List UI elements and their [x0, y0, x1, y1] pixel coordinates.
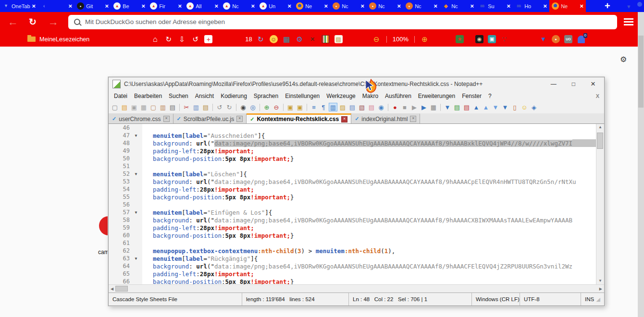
- ghost-icon[interactable]: 0: [578, 36, 585, 43]
- macro-play-icon[interactable]: ▶: [410, 103, 419, 111]
- onetab-funnel-icon[interactable]: ▼: [539, 35, 547, 43]
- minimize-button[interactable]: —: [551, 81, 557, 87]
- fold-current-icon[interactable]: ▲: [482, 103, 490, 111]
- editor-line[interactable]: 65padding-left:28px!important;: [109, 270, 596, 278]
- close-document-icon[interactable]: ×: [341, 116, 347, 122]
- zoom-out-icon[interactable]: ⊖: [372, 35, 381, 43]
- tab-close-icon[interactable]: ×: [434, 2, 438, 10]
- diamond-icon[interactable]: ◆: [442, 2, 449, 10]
- editor-line[interactable]: 53background: url("data:image/png;base64…: [109, 178, 596, 185]
- tab-close-icon[interactable]: ×: [324, 2, 328, 10]
- replace-icon[interactable]: ◎: [248, 103, 257, 111]
- browser-tab[interactable]: Ne×: [294, 0, 330, 12]
- tab-close-icon[interactable]: ×: [288, 2, 292, 10]
- macro-record-icon[interactable]: ●: [391, 103, 399, 111]
- function-list-icon[interactable]: ▧: [358, 103, 366, 111]
- reload-icon[interactable]: ↻: [164, 35, 173, 43]
- editor-line[interactable]: 64background: url("data:image/png;base64…: [109, 262, 596, 270]
- editor-line[interactable]: 50background-position:5px 8px!important;…: [109, 155, 596, 162]
- editor-line[interactable]: 58background: url("data:image/png;base64…: [109, 216, 596, 224]
- menu-item[interactable]: Datei: [111, 93, 131, 99]
- new-tab-button[interactable]: +: [605, 0, 610, 12]
- scroll-down-icon[interactable]: ▼: [598, 278, 602, 284]
- emoji-icon[interactable]: ☺: [270, 35, 278, 43]
- editor-line[interactable]: 52▼menuitem[label="Löschen"]{: [109, 170, 596, 178]
- funnel-icon[interactable]: ▼: [2, 2, 10, 10]
- cut-icon[interactable]: ✂: [182, 103, 191, 111]
- forward-button[interactable]: →: [48, 16, 59, 28]
- unfold-all-icon[interactable]: ▼: [501, 103, 509, 111]
- scroll-left-icon[interactable]: ◀: [109, 287, 115, 291]
- list-tabs-chevron-icon[interactable]: ▾: [627, 0, 631, 12]
- menu-item[interactable]: Einstellungen: [282, 93, 323, 99]
- maximize-button[interactable]: □: [572, 81, 575, 87]
- tab-close-icon[interactable]: ×: [507, 2, 511, 10]
- ddg-icon[interactable]: ●: [369, 2, 376, 10]
- tab-close-icon[interactable]: ×: [544, 2, 547, 10]
- macro-stop-icon[interactable]: ■: [400, 103, 409, 111]
- close-document-icon[interactable]: ×: [236, 116, 243, 122]
- redo-icon[interactable]: ↻: [225, 103, 234, 111]
- ddg-icon[interactable]: ●: [333, 2, 340, 10]
- page-scrollbar-thumb[interactable]: [638, 36, 644, 108]
- copy-icon[interactable]: ▥: [192, 103, 200, 111]
- browser-tab[interactable]: ▼OneTab×: [0, 0, 38, 12]
- tab-close-icon[interactable]: ×: [69, 2, 73, 10]
- status-eol-format[interactable]: Windows (CR LF): [472, 293, 520, 305]
- zoom-in-icon[interactable]: ⊕: [421, 35, 429, 43]
- indent-guides-icon[interactable]: ▥: [329, 103, 337, 111]
- close-window-button[interactable]: ×: [591, 79, 595, 89]
- vertical-scrollbar[interactable]: ▲ ▼: [596, 124, 604, 284]
- tab-close-icon[interactable]: ×: [32, 2, 36, 10]
- browser-tab[interactable]: 8BHo×: [513, 0, 549, 12]
- document-tab[interactable]: ✓ScrollbarPfeile.uc.js×: [173, 113, 247, 123]
- github-icon[interactable]: ●: [77, 2, 84, 10]
- browser-tab[interactable]: ●Nc×: [403, 0, 440, 12]
- firefox-icon[interactable]: [296, 2, 303, 10]
- bb-icon[interactable]: 8B: [515, 2, 522, 10]
- floppy-icon[interactable]: ▣: [488, 35, 496, 43]
- tab-close-icon[interactable]: ×: [215, 2, 219, 10]
- doc-map-icon[interactable]: ▨: [338, 103, 347, 111]
- menu-item[interactable]: Ausführen: [382, 93, 415, 99]
- flame-icon[interactable]: ▲: [150, 2, 157, 10]
- home-icon[interactable]: ⌂: [151, 35, 159, 43]
- menu-item[interactable]: ?: [485, 93, 495, 99]
- preview-html-icon[interactable]: ◈: [530, 103, 538, 111]
- show-all-chars-icon[interactable]: ¶: [319, 103, 328, 111]
- gear-icon[interactable]: ⚙: [296, 35, 304, 43]
- sync-vertical-icon[interactable]: ▣: [286, 103, 295, 111]
- download-icon[interactable]: ⇩: [178, 35, 186, 43]
- close-document-icon[interactable]: ×: [410, 116, 416, 122]
- editor-line[interactable]: 62menupopup.textbox-contextmenu:nth-chil…: [109, 247, 596, 255]
- folder-as-workspace-icon[interactable]: ▤: [367, 103, 376, 111]
- menu-item[interactable]: Bearbeiten: [131, 93, 165, 99]
- tab-close-icon[interactable]: ×: [178, 2, 182, 10]
- tab-close-icon[interactable]: ×: [105, 2, 109, 10]
- molecule-icon[interactable]: ∵: [500, 35, 508, 43]
- menu-item[interactable]: Erweiterungen: [415, 93, 458, 99]
- new-file-icon[interactable]: ▢: [111, 103, 119, 111]
- resize-grip-icon[interactable]: ◢: [596, 296, 600, 303]
- flame-icon[interactable]: ▲: [260, 2, 267, 10]
- editor-line[interactable]: 59padding-left:28px!important;: [109, 224, 596, 232]
- editor-line[interactable]: 51: [109, 162, 596, 170]
- horizontal-scrollbar[interactable]: ◀ ▶: [109, 284, 604, 293]
- puzzle-icon[interactable]: ▦: [283, 35, 291, 43]
- editor-line[interactable]: 49padding-left:28px!important;: [109, 147, 596, 155]
- unfold-current-icon[interactable]: ▼: [491, 103, 500, 111]
- bookmark-star-icon[interactable]: ★: [456, 35, 464, 43]
- editor-line[interactable]: 61: [109, 239, 596, 247]
- doc-list-icon[interactable]: ▤: [348, 103, 357, 111]
- tab-close-icon[interactable]: ×: [397, 2, 401, 10]
- page-settings-gear-icon[interactable]: ⚙: [620, 55, 627, 64]
- save-all-icon[interactable]: ▦: [139, 103, 148, 111]
- document-tab[interactable]: ✓userChrome.css×: [109, 113, 173, 123]
- menu-item[interactable]: Kodierung: [217, 93, 250, 99]
- reload-button[interactable]: ↻: [29, 16, 37, 27]
- horizontal-scrollbar-thumb[interactable]: [115, 286, 128, 292]
- none-icon[interactable]: ‹: [40, 2, 48, 10]
- vertical-scrollbar-thumb[interactable]: [597, 133, 603, 149]
- editor-line[interactable]: 56: [109, 201, 596, 208]
- menu-item[interactable]: Fenster: [458, 93, 485, 99]
